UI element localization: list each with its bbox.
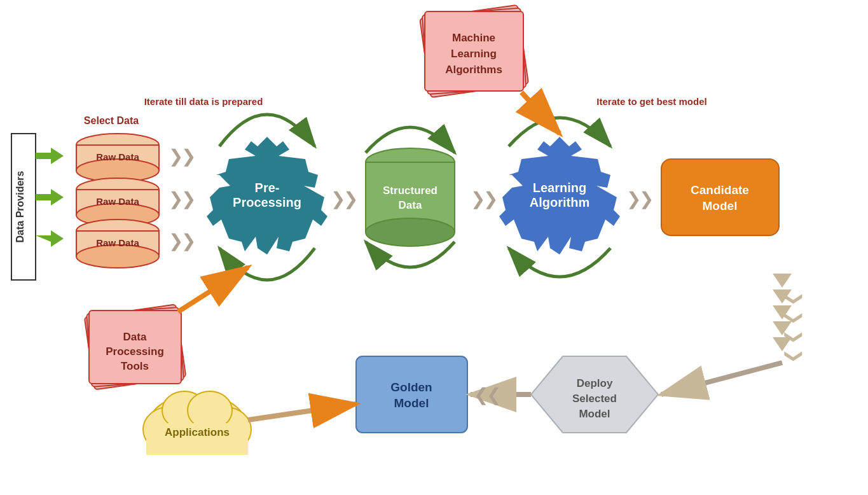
raw-data-2-label: Raw Data (96, 196, 139, 207)
dp-arrow-2 (36, 194, 51, 200)
golden-model-box (356, 356, 467, 433)
chevron-1b: ❯ (181, 146, 196, 167)
tools-label-3: Tools (121, 360, 149, 372)
golden-model-label-2: Model (394, 396, 429, 410)
learning-text-1: Learning (533, 181, 586, 195)
ml-label-3: Algorithms (445, 64, 502, 76)
candidate-model-label-2: Model (703, 199, 738, 213)
pre-processing-text-1: Pre- (255, 181, 280, 195)
chevron-struct-learn-2: ❯ (483, 189, 498, 209)
chevron-learn-cand-2: ❯ (639, 189, 654, 209)
raw-data-3-label: Raw Data (96, 237, 139, 248)
candidate-model-label-1: Candidate (691, 183, 749, 197)
tools-label-1: Data (123, 331, 147, 343)
pre-processing-text-2: Processing (233, 195, 301, 209)
chevron-deploy-2: ❮ (474, 385, 488, 405)
ml-label-2: Learning (451, 48, 497, 60)
structured-data-label-1: Structured (383, 185, 437, 197)
deploy-label-3: Model (579, 408, 610, 420)
raw-data-1-label: Raw Data (96, 151, 139, 162)
iterate-data-label: Iterate till data is prepared (144, 96, 263, 107)
chevron-down-4: ❯ (784, 349, 804, 363)
golden-model-label-1: Golden (390, 380, 432, 394)
structured-data-label-2: Data (399, 199, 422, 211)
chevron-pre-struct-2: ❯ (343, 189, 358, 209)
chevron-2b: ❯ (181, 189, 196, 209)
data-providers-label: Data Providers (15, 171, 25, 242)
structured-data-bottom (366, 218, 455, 246)
iterate-best-label: Iterate to get best model (596, 96, 706, 107)
learning-text-2: Algorithm (530, 195, 589, 209)
ml-label-1: Machine (452, 32, 495, 44)
tools-label-2: Processing (106, 345, 164, 358)
candidate-model-box (661, 159, 779, 235)
raw-data-3-bottom (76, 245, 159, 268)
select-data-label: Select Data (84, 115, 139, 126)
deploy-label-1: Deploy (577, 377, 613, 389)
svg-text:Applications: Applications (165, 426, 230, 438)
dp-arrow-1 (36, 153, 51, 159)
chevron-3b: ❯ (181, 231, 196, 251)
chevron-deploy-1: ❮ (486, 385, 501, 405)
deploy-label-2: Selected (572, 393, 617, 405)
